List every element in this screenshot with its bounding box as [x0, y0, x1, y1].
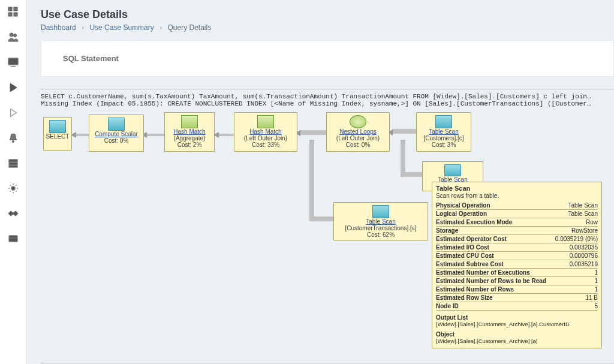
- execution-plan-panel: SELECT c.CustomerName, sum(s.TaxAmount) …: [41, 89, 614, 363]
- svg-point-4: [10, 33, 13, 37]
- monitor-icon[interactable]: [6, 55, 20, 70]
- node-tooltip: Table Scan Scan rows from a table. Physi…: [432, 182, 602, 348]
- plan-canvas: SELECT Compute Scalar Cost: 0% Hash Matc…: [41, 111, 614, 363]
- tooltip-row: Node ID5: [436, 302, 598, 311]
- gear-icon[interactable]: [6, 181, 20, 195]
- plan-edge: [401, 172, 423, 177]
- card-icon[interactable]: [6, 231, 20, 246]
- plan-edge: [309, 140, 314, 221]
- node-label: Table Scan: [366, 218, 395, 225]
- tooltip-row: Physical OperationTable Scan: [436, 201, 598, 210]
- tooltip-row: Estimated Row Size11 B: [436, 294, 598, 302]
- plan-edge: [218, 134, 235, 136]
- node-subtitle: (Aggregate): [174, 135, 206, 142]
- breadcrumb-current: Query Details: [167, 23, 211, 32]
- select-icon: [49, 120, 66, 133]
- loop-icon: [350, 115, 366, 128]
- play-icon[interactable]: [6, 80, 20, 95]
- svg-rect-13: [9, 166, 17, 167]
- breadcrumb: Dashboard › Use Case Summary › Query Det…: [41, 23, 614, 32]
- table-icon: [372, 205, 389, 218]
- svg-rect-12: [9, 163, 17, 165]
- tooltip-row: Estimated Number of Rows to be Read1: [436, 277, 598, 285]
- node-label: Compute Scalar: [95, 131, 138, 137]
- node-cost: Cost: 3%: [432, 142, 456, 148]
- handshake-icon[interactable]: [6, 206, 20, 221]
- tooltip-title: Table Scan: [436, 185, 598, 192]
- plan-edge: [300, 130, 327, 135]
- tooltip-row: Estimated Number of Rows1: [436, 285, 598, 294]
- tooltip-props: Physical OperationTable Scan Logical Ope…: [436, 201, 598, 311]
- svg-rect-15: [9, 236, 17, 242]
- node-subtitle: (Left Outer Join): [336, 135, 380, 142]
- table-icon: [435, 115, 452, 128]
- node-subtitle: (Left Outer Join): [244, 135, 287, 142]
- breadcrumb-dashboard[interactable]: Dashboard: [41, 23, 76, 32]
- svg-rect-11: [9, 160, 17, 162]
- plan-node-select[interactable]: SELECT: [43, 117, 72, 151]
- tooltip-row: Estimated Operator Cost0.0035219 (0%): [436, 235, 598, 243]
- svg-point-14: [11, 186, 15, 190]
- node-label: Hash Match: [173, 128, 205, 135]
- tooltip-output-list-label: Output List: [436, 314, 598, 321]
- tooltip-object: [Widew].[Sales].[Customers_Archive] [a]: [436, 338, 598, 344]
- dashboard-icon[interactable]: [6, 5, 20, 19]
- plan-edge: [146, 134, 165, 136]
- plan-node-hash-left-join[interactable]: Hash Match (Left Outer Join) Cost: 33%: [234, 112, 297, 152]
- node-cost: Cost: 62%: [367, 231, 395, 238]
- page-title: Use Case Details: [41, 8, 614, 21]
- main-content: Use Case Details Dashboard › Use Case Su…: [26, 0, 614, 364]
- svg-rect-3: [14, 13, 17, 16]
- node-cost: Cost: 0%: [346, 142, 371, 148]
- plan-node-transactions-scan[interactable]: Table Scan [CustomerTransactions].[s] Co…: [333, 202, 428, 240]
- tooltip-subtitle: Scan rows from a table.: [436, 192, 598, 199]
- node-label: Hash Match: [249, 128, 281, 135]
- svg-marker-8: [10, 83, 17, 92]
- tooltip-row: StorageRowStore: [436, 227, 598, 235]
- compute-icon: [108, 118, 125, 131]
- tooltip-row: Estimated Execution ModeRow: [436, 218, 598, 227]
- node-label: Table Scan: [429, 128, 458, 135]
- sql-statement-label: SQL Statement: [63, 54, 592, 63]
- chevron-right-icon: ›: [82, 23, 84, 32]
- plan-node-nested-loops[interactable]: Nested Loops (Left Outer Join) Cost: 0%: [326, 112, 390, 152]
- plan-node-hash-aggregate[interactable]: Hash Match (Aggregate) Cost: 2%: [164, 112, 215, 152]
- plan-missing-index-line: Missing Index (Impact 95.1855): CREATE N…: [41, 100, 614, 107]
- node-object: [CustomerTransactions].[s]: [345, 225, 416, 231]
- plan-node-customers-scan[interactable]: Table Scan [Customers].[c] Cost: 3%: [416, 112, 471, 152]
- tooltip-row: Estimated Number of Executions1: [436, 269, 598, 277]
- svg-point-5: [13, 34, 16, 37]
- plan-sql-line: SELECT c.CustomerName, sum(s.TaxAmount) …: [41, 93, 614, 100]
- svg-rect-2: [8, 13, 12, 16]
- node-cost: Cost: 33%: [252, 142, 279, 148]
- table-icon: [444, 164, 461, 176]
- svg-point-10: [12, 141, 14, 143]
- svg-rect-6: [8, 58, 18, 65]
- breadcrumb-summary[interactable]: Use Case Summary: [89, 23, 154, 32]
- storage-icon[interactable]: [6, 156, 20, 170]
- play-outline-icon[interactable]: [6, 106, 20, 120]
- plan-node-compute-scalar[interactable]: Compute Scalar Cost: 0%: [89, 115, 144, 152]
- users-icon[interactable]: [6, 30, 20, 44]
- tooltip-object-label: Object: [436, 331, 598, 338]
- plan-edge: [309, 216, 335, 221]
- svg-rect-0: [8, 7, 12, 11]
- plan-edge: [76, 134, 90, 136]
- tooltip-row: Logical OperationTable Scan: [436, 210, 598, 218]
- tooltip-row: Estimated I/O Cost0.0032035: [436, 243, 598, 252]
- bell-icon[interactable]: [6, 131, 20, 145]
- node-cost: Cost: 2%: [177, 142, 202, 148]
- tooltip-row: Estimated Subtree Cost0.0035219: [436, 260, 598, 269]
- node-cost: Cost: 0%: [104, 137, 129, 144]
- sql-statement-panel: SQL Statement: [41, 40, 614, 77]
- svg-rect-1: [14, 7, 17, 11]
- node-label: SELECT: [46, 133, 70, 140]
- hash-icon: [257, 115, 274, 128]
- svg-marker-9: [10, 109, 16, 116]
- chevron-right-icon: ›: [159, 23, 162, 32]
- plan-edge: [392, 129, 417, 134]
- node-label: Nested Loops: [339, 128, 377, 135]
- plan-edge: [401, 140, 405, 177]
- hash-icon: [181, 115, 198, 128]
- tooltip-row: Estimated CPU Cost0.0000796: [436, 252, 598, 260]
